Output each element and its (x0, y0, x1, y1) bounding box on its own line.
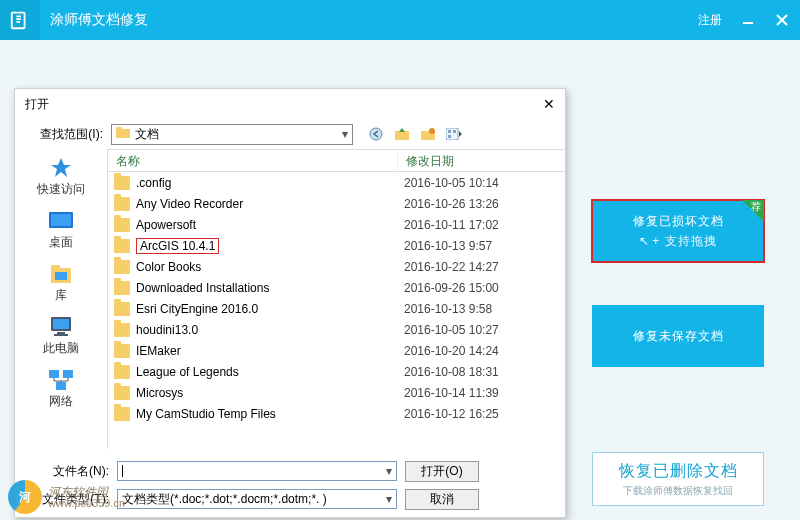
folder-icon (114, 386, 130, 400)
up-one-level-icon[interactable] (393, 125, 411, 143)
table-row[interactable]: Esri CityEngine 2016.02016-10-13 9:58 (108, 298, 565, 319)
file-list: 名称 修改日期 .config2016-10-05 10:14Any Video… (107, 149, 565, 449)
table-row[interactable]: Apowersoft2016-10-11 17:02 (108, 214, 565, 235)
app-titlebar: 涂师傅文档修复 注册 (0, 0, 800, 40)
folder-icon (114, 302, 130, 316)
chevron-down-icon[interactable]: ▾ (386, 464, 392, 478)
filetype-dropdown[interactable]: 文档类型(*.doc;*.dot;*.docm;*.dotm;*. ) ▾ (117, 489, 397, 509)
table-row[interactable]: houdini13.02016-10-05 10:27 (108, 319, 565, 340)
file-name: .config (136, 176, 404, 190)
table-row[interactable]: League of Legends2016-10-08 18:31 (108, 361, 565, 382)
file-date: 2016-10-11 17:02 (404, 218, 499, 232)
file-name: League of Legends (136, 365, 404, 379)
svg-rect-15 (51, 214, 71, 226)
svg-rect-24 (63, 370, 73, 378)
repair-damaged-tile[interactable]: 荐 修复已损坏文档 ↖+ 支持拖拽 (592, 200, 764, 262)
col-name[interactable]: 名称 (108, 150, 398, 171)
file-name: My CamStudio Temp Files (136, 407, 404, 421)
file-date: 2016-10-12 16:25 (404, 407, 499, 421)
col-date[interactable]: 修改日期 (398, 150, 565, 171)
file-name: Any Video Recorder (136, 197, 404, 211)
folder-icon (114, 344, 130, 358)
main-area: 荐 修复已损坏文档 ↖+ 支持拖拽 修复未保存文档 恢复已删除文档 下载涂师傅数… (0, 40, 800, 520)
app-logo-icon (0, 0, 40, 40)
file-date: 2016-10-13 9:58 (404, 302, 492, 316)
watermark-name: 河东软件园 (48, 486, 125, 498)
svg-rect-22 (54, 334, 68, 336)
svg-rect-17 (51, 265, 60, 269)
file-date: 2016-10-14 11:39 (404, 386, 499, 400)
place-desktop[interactable]: 桌面 (23, 208, 99, 251)
file-name: Downloaded Installations (136, 281, 404, 295)
folder-icon (114, 218, 130, 232)
chevron-down-icon: ▾ (342, 127, 348, 141)
file-date: 2016-09-26 15:00 (404, 281, 499, 295)
place-this-pc[interactable]: 此电脑 (23, 314, 99, 357)
svg-rect-20 (53, 319, 69, 329)
register-link[interactable]: 注册 (698, 12, 722, 29)
places-bar: 快速访问 桌面 库 此电脑 网络 (15, 149, 107, 449)
tile-label: 修复未保存文档 (633, 328, 724, 345)
svg-point-6 (370, 128, 382, 140)
minimize-button[interactable] (740, 12, 756, 28)
recover-deleted-tile[interactable]: 恢复已删除文档 下载涂师傅数据恢复找回 (592, 452, 764, 506)
folder-icon (114, 176, 130, 190)
tile-label: 修复已损坏文档 (633, 213, 724, 230)
table-row[interactable]: Downloaded Installations2016-09-26 15:00 (108, 277, 565, 298)
folder-icon (114, 365, 130, 379)
svg-rect-21 (57, 332, 65, 334)
file-name: Color Books (136, 260, 404, 274)
svg-rect-25 (56, 382, 66, 390)
table-row[interactable]: My CamStudio Temp Files2016-10-12 16:25 (108, 403, 565, 424)
svg-rect-7 (395, 131, 409, 140)
file-date: 2016-10-05 10:14 (404, 176, 499, 190)
view-menu-icon[interactable] (445, 125, 463, 143)
table-row[interactable]: IEMaker2016-10-20 14:24 (108, 340, 565, 361)
file-date: 2016-10-13 9:57 (404, 239, 492, 253)
svg-point-9 (429, 128, 435, 134)
repair-unsaved-tile[interactable]: 修复未保存文档 (592, 305, 764, 367)
dialog-close-button[interactable]: ✕ (543, 96, 555, 112)
filename-label: 文件名(N): (25, 463, 109, 480)
tile-label: 恢复已删除文档 (619, 461, 738, 482)
svg-rect-0 (12, 13, 25, 29)
file-name: Esri CityEngine 2016.0 (136, 302, 404, 316)
folder-icon (114, 407, 130, 421)
folder-icon (114, 281, 130, 295)
file-date: 2016-10-08 18:31 (404, 365, 499, 379)
svg-rect-11 (448, 130, 451, 133)
file-date: 2016-10-20 14:24 (404, 344, 499, 358)
lookin-value: 文档 (135, 126, 159, 143)
place-quick-access[interactable]: 快速访问 (23, 155, 99, 198)
new-folder-icon[interactable] (419, 125, 437, 143)
table-row[interactable]: .config2016-10-05 10:14 (108, 172, 565, 193)
chevron-down-icon[interactable]: ▾ (386, 492, 392, 506)
watermark-logo-icon: 河 (8, 480, 42, 514)
svg-rect-4 (116, 129, 130, 138)
cancel-button[interactable]: 取消 (405, 489, 479, 510)
svg-rect-18 (55, 272, 67, 280)
table-row[interactable]: Microsys2016-10-14 11:39 (108, 382, 565, 403)
table-row[interactable]: Color Books2016-10-22 14:27 (108, 256, 565, 277)
folder-icon (114, 197, 130, 211)
place-libraries[interactable]: 库 (23, 261, 99, 304)
watermark: 河 河东软件园 www.pc0359.cn (8, 480, 125, 514)
folder-icon (116, 127, 130, 142)
list-header[interactable]: 名称 修改日期 (108, 150, 565, 172)
filename-input[interactable]: ▾ (117, 461, 397, 481)
file-name: IEMaker (136, 344, 404, 358)
folder-icon (114, 323, 130, 337)
svg-rect-12 (453, 130, 456, 133)
back-icon[interactable] (367, 125, 385, 143)
file-name: Microsys (136, 386, 404, 400)
table-row[interactable]: Any Video Recorder2016-10-26 13:26 (108, 193, 565, 214)
open-button[interactable]: 打开(O) (405, 461, 479, 482)
lookin-dropdown[interactable]: 文档 ▾ (111, 124, 353, 145)
close-button[interactable] (774, 12, 790, 28)
file-name: houdini13.0 (136, 323, 404, 337)
table-row[interactable]: ArcGIS 10.4.12016-10-13 9:57 (108, 235, 565, 256)
place-network[interactable]: 网络 (23, 367, 99, 410)
folder-icon (114, 260, 130, 274)
watermark-url: www.pc0359.cn (48, 498, 125, 509)
file-name: Apowersoft (136, 218, 404, 232)
